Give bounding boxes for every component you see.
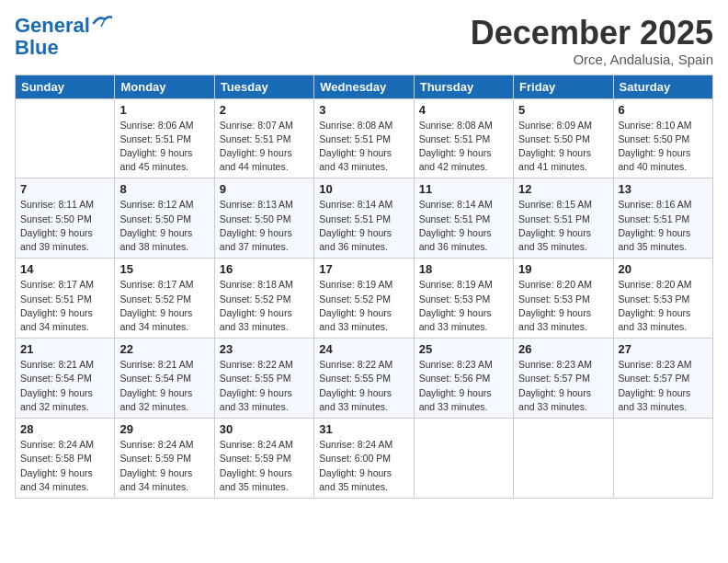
day-number: 28 bbox=[20, 422, 109, 436]
calendar-cell bbox=[514, 419, 613, 499]
day-info: Sunrise: 8:06 AM Sunset: 5:51 PM Dayligh… bbox=[119, 119, 209, 175]
day-info: Sunrise: 8:24 AM Sunset: 5:58 PM Dayligh… bbox=[20, 438, 109, 494]
day-info: Sunrise: 8:17 AM Sunset: 5:52 PM Dayligh… bbox=[119, 278, 209, 334]
day-info: Sunrise: 8:21 AM Sunset: 5:54 PM Dayligh… bbox=[119, 358, 209, 414]
day-number: 22 bbox=[119, 342, 209, 356]
calendar-cell: 22Sunrise: 8:21 AM Sunset: 5:54 PM Dayli… bbox=[115, 339, 214, 419]
calendar-cell: 5Sunrise: 8:09 AM Sunset: 5:50 PM Daylig… bbox=[514, 98, 613, 178]
calendar-cell: 18Sunrise: 8:19 AM Sunset: 5:53 PM Dayli… bbox=[414, 259, 513, 339]
day-info: Sunrise: 8:20 AM Sunset: 5:53 PM Dayligh… bbox=[619, 278, 708, 334]
calendar-cell: 2Sunrise: 8:07 AM Sunset: 5:51 PM Daylig… bbox=[214, 98, 313, 178]
day-info: Sunrise: 8:23 AM Sunset: 5:57 PM Dayligh… bbox=[518, 358, 608, 414]
logo-blue: Blue bbox=[15, 37, 59, 59]
calendar-cell: 27Sunrise: 8:23 AM Sunset: 5:57 PM Dayli… bbox=[613, 339, 712, 419]
day-info: Sunrise: 8:22 AM Sunset: 5:55 PM Dayligh… bbox=[319, 358, 408, 414]
day-number: 18 bbox=[419, 262, 508, 276]
day-info: Sunrise: 8:15 AM Sunset: 5:51 PM Dayligh… bbox=[518, 198, 608, 254]
title-block: December 2025 Orce, Andalusia, Spain bbox=[471, 15, 713, 67]
calendar-cell: 10Sunrise: 8:14 AM Sunset: 5:51 PM Dayli… bbox=[314, 178, 414, 259]
calendar-cell: 11Sunrise: 8:14 AM Sunset: 5:51 PM Dayli… bbox=[414, 178, 513, 259]
day-number: 25 bbox=[419, 342, 508, 356]
calendar-cell: 31Sunrise: 8:24 AM Sunset: 6:00 PM Dayli… bbox=[314, 419, 414, 499]
calendar-cell: 21Sunrise: 8:21 AM Sunset: 5:54 PM Dayli… bbox=[16, 339, 115, 419]
day-info: Sunrise: 8:17 AM Sunset: 5:51 PM Dayligh… bbox=[20, 278, 109, 334]
day-info: Sunrise: 8:23 AM Sunset: 5:56 PM Dayligh… bbox=[419, 358, 508, 414]
calendar-cell: 15Sunrise: 8:17 AM Sunset: 5:52 PM Dayli… bbox=[115, 259, 214, 339]
day-info: Sunrise: 8:09 AM Sunset: 5:50 PM Dayligh… bbox=[518, 119, 608, 175]
day-info: Sunrise: 8:10 AM Sunset: 5:50 PM Dayligh… bbox=[619, 119, 708, 175]
day-info: Sunrise: 8:21 AM Sunset: 5:54 PM Dayligh… bbox=[20, 358, 109, 414]
day-number: 19 bbox=[518, 262, 608, 276]
calendar-cell: 8Sunrise: 8:12 AM Sunset: 5:50 PM Daylig… bbox=[115, 178, 214, 259]
day-number: 21 bbox=[20, 342, 109, 356]
day-info: Sunrise: 8:24 AM Sunset: 6:00 PM Dayligh… bbox=[319, 438, 408, 494]
calendar-cell: 23Sunrise: 8:22 AM Sunset: 5:55 PM Dayli… bbox=[214, 339, 313, 419]
day-info: Sunrise: 8:19 AM Sunset: 5:52 PM Dayligh… bbox=[319, 278, 408, 334]
calendar-cell: 30Sunrise: 8:24 AM Sunset: 5:59 PM Dayli… bbox=[214, 419, 313, 499]
day-number: 3 bbox=[319, 103, 408, 117]
weekday-header-wednesday: Wednesday bbox=[314, 75, 414, 98]
calendar-cell: 1Sunrise: 8:06 AM Sunset: 5:51 PM Daylig… bbox=[115, 98, 214, 178]
day-number: 20 bbox=[619, 262, 708, 276]
day-info: Sunrise: 8:14 AM Sunset: 5:51 PM Dayligh… bbox=[419, 198, 508, 254]
weekday-header-friday: Friday bbox=[514, 75, 613, 98]
day-number: 23 bbox=[220, 342, 309, 356]
calendar-cell: 12Sunrise: 8:15 AM Sunset: 5:51 PM Dayli… bbox=[514, 178, 613, 259]
calendar-cell: 7Sunrise: 8:11 AM Sunset: 5:50 PM Daylig… bbox=[16, 178, 115, 259]
day-info: Sunrise: 8:19 AM Sunset: 5:53 PM Dayligh… bbox=[419, 278, 508, 334]
day-info: Sunrise: 8:13 AM Sunset: 5:50 PM Dayligh… bbox=[220, 198, 309, 254]
calendar-cell: 16Sunrise: 8:18 AM Sunset: 5:52 PM Dayli… bbox=[214, 259, 313, 339]
day-info: Sunrise: 8:08 AM Sunset: 5:51 PM Dayligh… bbox=[419, 119, 508, 175]
day-number: 15 bbox=[119, 262, 209, 276]
calendar-cell bbox=[414, 419, 513, 499]
day-number: 1 bbox=[119, 103, 209, 117]
day-number: 10 bbox=[319, 182, 408, 196]
day-number: 31 bbox=[319, 422, 408, 436]
weekday-header-sunday: Sunday bbox=[16, 75, 115, 98]
day-info: Sunrise: 8:16 AM Sunset: 5:51 PM Dayligh… bbox=[619, 198, 708, 254]
calendar-week-row: 28Sunrise: 8:24 AM Sunset: 5:58 PM Dayli… bbox=[16, 419, 713, 499]
day-number: 6 bbox=[619, 103, 708, 117]
day-number: 24 bbox=[319, 342, 408, 356]
calendar-cell: 13Sunrise: 8:16 AM Sunset: 5:51 PM Dayli… bbox=[613, 178, 712, 259]
day-number: 2 bbox=[220, 103, 309, 117]
calendar-week-row: 1Sunrise: 8:06 AM Sunset: 5:51 PM Daylig… bbox=[16, 98, 713, 178]
day-info: Sunrise: 8:24 AM Sunset: 5:59 PM Dayligh… bbox=[220, 438, 309, 494]
calendar-cell: 9Sunrise: 8:13 AM Sunset: 5:50 PM Daylig… bbox=[214, 178, 313, 259]
calendar-cell: 6Sunrise: 8:10 AM Sunset: 5:50 PM Daylig… bbox=[613, 98, 712, 178]
day-info: Sunrise: 8:12 AM Sunset: 5:50 PM Dayligh… bbox=[119, 198, 209, 254]
calendar-cell: 19Sunrise: 8:20 AM Sunset: 5:53 PM Dayli… bbox=[514, 259, 613, 339]
day-number: 29 bbox=[119, 422, 209, 436]
day-info: Sunrise: 8:24 AM Sunset: 5:59 PM Dayligh… bbox=[119, 438, 209, 494]
day-number: 27 bbox=[619, 342, 708, 356]
day-number: 4 bbox=[419, 103, 508, 117]
day-info: Sunrise: 8:11 AM Sunset: 5:50 PM Dayligh… bbox=[20, 198, 109, 254]
day-number: 17 bbox=[319, 262, 408, 276]
day-info: Sunrise: 8:07 AM Sunset: 5:51 PM Dayligh… bbox=[220, 119, 309, 175]
weekday-header-saturday: Saturday bbox=[613, 75, 712, 98]
day-number: 8 bbox=[119, 182, 209, 196]
calendar-cell: 25Sunrise: 8:23 AM Sunset: 5:56 PM Dayli… bbox=[414, 339, 513, 419]
day-info: Sunrise: 8:08 AM Sunset: 5:51 PM Dayligh… bbox=[319, 119, 408, 175]
location: Orce, Andalusia, Spain bbox=[471, 52, 713, 67]
logo: General Blue bbox=[15, 15, 112, 59]
calendar-cell: 17Sunrise: 8:19 AM Sunset: 5:52 PM Dayli… bbox=[314, 259, 414, 339]
day-number: 11 bbox=[419, 182, 508, 196]
logo-bird-icon bbox=[92, 14, 112, 30]
weekday-header-tuesday: Tuesday bbox=[214, 75, 313, 98]
calendar-week-row: 14Sunrise: 8:17 AM Sunset: 5:51 PM Dayli… bbox=[16, 259, 713, 339]
calendar-week-row: 21Sunrise: 8:21 AM Sunset: 5:54 PM Dayli… bbox=[16, 339, 713, 419]
day-number: 14 bbox=[20, 262, 109, 276]
calendar-cell: 29Sunrise: 8:24 AM Sunset: 5:59 PM Dayli… bbox=[115, 419, 214, 499]
day-number: 26 bbox=[518, 342, 608, 356]
weekday-header-row: SundayMondayTuesdayWednesdayThursdayFrid… bbox=[16, 75, 713, 98]
day-number: 30 bbox=[220, 422, 309, 436]
calendar-table: SundayMondayTuesdayWednesdayThursdayFrid… bbox=[15, 75, 713, 499]
weekday-header-monday: Monday bbox=[115, 75, 214, 98]
day-number: 16 bbox=[220, 262, 309, 276]
weekday-header-thursday: Thursday bbox=[414, 75, 513, 98]
calendar-cell: 3Sunrise: 8:08 AM Sunset: 5:51 PM Daylig… bbox=[314, 98, 414, 178]
calendar-cell: 20Sunrise: 8:20 AM Sunset: 5:53 PM Dayli… bbox=[613, 259, 712, 339]
day-info: Sunrise: 8:22 AM Sunset: 5:55 PM Dayligh… bbox=[220, 358, 309, 414]
day-info: Sunrise: 8:20 AM Sunset: 5:53 PM Dayligh… bbox=[518, 278, 608, 334]
